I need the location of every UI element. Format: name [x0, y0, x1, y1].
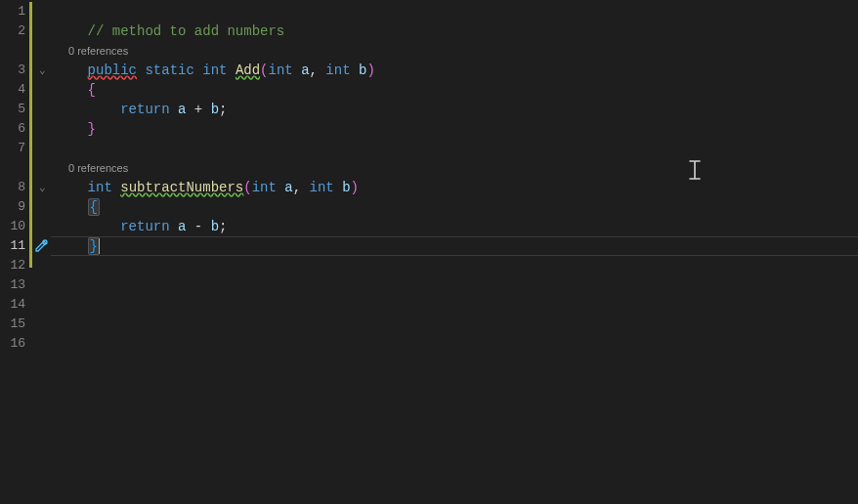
- line-number: 8: [0, 178, 29, 197]
- paren: ): [351, 180, 359, 195]
- line-number: 12: [0, 256, 29, 275]
- brace: }: [88, 121, 96, 137]
- brace: {: [88, 82, 96, 98]
- keyword: return: [120, 219, 169, 234]
- parameter: b: [342, 180, 350, 195]
- chevron-down-icon[interactable]: ⌄: [39, 181, 49, 194]
- line-number: 10: [0, 217, 29, 236]
- line-number: 2: [0, 21, 29, 41]
- paren: ): [366, 63, 374, 78]
- code-line[interactable]: [51, 256, 858, 275]
- type: int: [202, 63, 227, 78]
- code-line[interactable]: ⌄ int subtractNumbers(int a, int b): [51, 178, 858, 197]
- type: int: [310, 180, 334, 195]
- type: int: [269, 63, 293, 78]
- brush-icon: [34, 237, 50, 253]
- semicolon: ;: [219, 102, 227, 117]
- line-number: 14: [0, 295, 29, 315]
- code-line[interactable]: // method to add numbers: [51, 21, 858, 41]
- code-line[interactable]: {: [51, 80, 858, 100]
- operator: +: [194, 102, 202, 117]
- chevron-down-icon[interactable]: ⌄: [39, 63, 49, 77]
- keyword: return: [120, 102, 169, 117]
- comment-text: // method to add numbers: [88, 23, 285, 39]
- code-line[interactable]: ⌄ public static int Add(int a, int b): [51, 61, 858, 80]
- paren: (: [260, 63, 268, 78]
- keyword: static: [145, 63, 193, 78]
- code-line[interactable]: [51, 295, 858, 315]
- line-number: 5: [0, 100, 29, 119]
- comma: ,: [293, 180, 301, 195]
- code-line[interactable]: return a + b;: [51, 100, 858, 119]
- code-line[interactable]: }: [51, 236, 858, 256]
- code-editor[interactable]: // method to add numbers 0 references ⌄ …: [51, 0, 858, 504]
- line-number: 4: [0, 80, 29, 100]
- line-number: 9: [0, 197, 29, 217]
- line-number: 3: [0, 61, 29, 80]
- semicolon: ;: [219, 219, 227, 234]
- codelens[interactable]: 0 references: [51, 41, 858, 61]
- line-number: 16: [0, 334, 29, 354]
- identifier: b: [211, 219, 219, 234]
- identifier: a: [178, 219, 186, 234]
- type: int: [88, 180, 112, 195]
- paren: (: [243, 180, 251, 195]
- line-number: 7: [0, 139, 29, 158]
- line-number: 6: [0, 119, 29, 139]
- code-line[interactable]: {: [51, 197, 858, 217]
- function-name: subtractNumbers: [120, 180, 243, 195]
- identifier: b: [211, 102, 219, 117]
- parameter: a: [301, 63, 309, 78]
- codelens[interactable]: 0 references: [51, 158, 858, 178]
- parameter: a: [284, 180, 292, 195]
- caret: [99, 238, 100, 254]
- line-number: 1: [0, 2, 29, 21]
- function-name: Add: [236, 63, 260, 78]
- code-line[interactable]: return a - b;: [51, 217, 858, 236]
- code-line[interactable]: [51, 315, 858, 334]
- type: int: [252, 180, 277, 195]
- line-number-gutter: 1 2 3 4 5 6 7 8 9 10 11 12 13 14 15 16: [0, 0, 29, 504]
- identifier: a: [178, 102, 186, 117]
- comma: ,: [310, 63, 318, 78]
- line-number: 15: [0, 315, 29, 334]
- keyword: public: [88, 63, 137, 78]
- type: int: [325, 63, 350, 78]
- line-number: 11: [0, 236, 29, 256]
- line-number: 13: [0, 275, 29, 295]
- brace: {: [88, 198, 100, 216]
- change-indicator: [29, 2, 32, 268]
- code-line[interactable]: }: [51, 119, 858, 139]
- line-number-spacer: [0, 41, 29, 61]
- line-number-spacer: [0, 158, 29, 178]
- code-line[interactable]: [51, 2, 858, 21]
- code-line[interactable]: [51, 334, 858, 354]
- operator: -: [194, 219, 202, 234]
- code-line[interactable]: [51, 275, 858, 295]
- code-line[interactable]: [51, 139, 858, 158]
